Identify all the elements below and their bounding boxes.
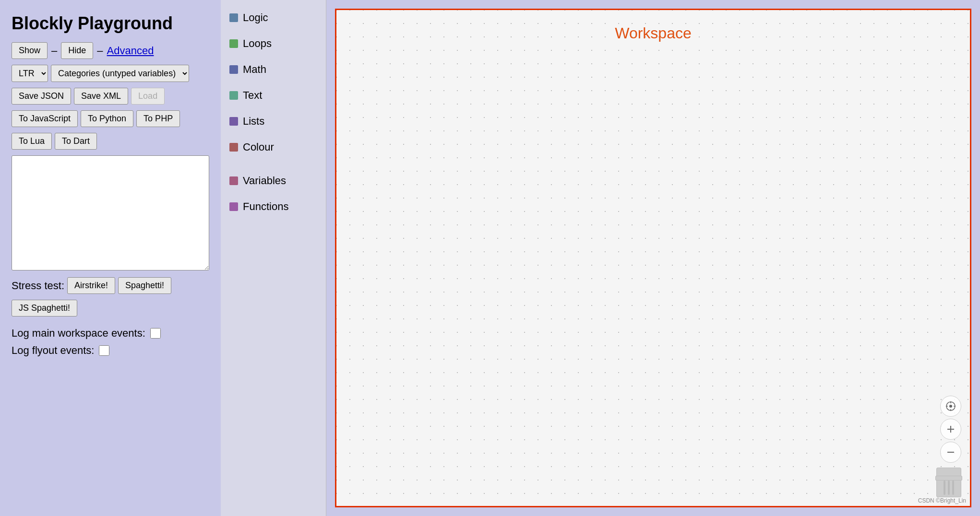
stress-test-row: Stress test: Airstrike! Spaghetti! [12,277,209,294]
category-color-dot [229,91,238,100]
category-item-loops[interactable]: Loops [221,31,326,57]
to-php-button[interactable]: To PHP [136,110,180,127]
category-item-lists[interactable]: Lists [221,108,326,134]
category-label: Loops [243,37,272,50]
category-item-variables[interactable]: Variables [221,168,326,194]
separator-1: – [51,45,57,57]
left-panel: Blockly Playground Show – Hide – Advance… [0,0,221,516]
code-output-textarea[interactable] [12,155,209,270]
category-label: Variables [243,175,286,187]
category-label: Math [243,63,266,76]
show-hide-row: Show – Hide – Advanced [12,42,209,59]
ltr-categories-row: LTR RTL Categories (untyped variables) C… [12,65,209,82]
app-title: Blockly Playground [12,13,209,34]
zoom-out-icon [946,447,956,457]
watermark: CSDN ©Bright_Lin [918,497,966,504]
log-workspace-checkbox[interactable] [150,328,161,339]
svg-point-1 [949,405,952,408]
category-label: Text [243,89,262,102]
ltr-select[interactable]: LTR RTL [12,65,48,82]
js-spaghetti-row: JS Spaghetti! [12,300,209,317]
show-button[interactable]: Show [12,42,48,59]
log-flyout-label: Log flyout events: [12,344,94,357]
category-item-functions[interactable]: Functions [221,194,326,220]
load-button: Load [131,88,165,105]
category-item-logic[interactable]: Logic [221,5,326,31]
log-workspace-row: Log main workspace events: [12,327,209,340]
category-color-dot [229,202,238,211]
categories-select[interactable]: Categories (untyped variables) Categorie… [51,65,189,82]
codegen-row-1: To JavaScript To Python To PHP [12,110,209,127]
category-color-dot [229,13,238,22]
separator-2: – [97,45,103,57]
hide-button[interactable]: Hide [61,42,93,59]
category-item-math[interactable]: Math [221,57,326,82]
trash-line-2 [948,481,950,495]
codegen-row-2: To Lua To Dart [12,133,209,150]
category-item-colour[interactable]: Colour [221,134,326,160]
stress-test-label: Stress test: [12,280,64,292]
category-spacer [221,160,326,168]
zoom-in-icon [946,424,956,434]
category-panel: LogicLoopsMathTextListsColourVariablesFu… [221,0,326,516]
log-flyout-row: Log flyout events: [12,344,209,357]
category-color-dot [229,176,238,185]
save-json-button[interactable]: Save JSON [12,88,71,105]
save-load-row: Save JSON Save XML Load [12,88,209,105]
to-python-button[interactable]: To Python [81,110,133,127]
save-xml-button[interactable]: Save XML [74,88,128,105]
category-color-dot [229,39,238,48]
to-lua-button[interactable]: To Lua [12,133,52,150]
recenter-button[interactable] [940,396,961,417]
category-label: Colour [243,141,274,153]
workspace-area: Workspace [326,0,980,516]
recenter-icon [945,401,956,411]
trash-lines [944,481,954,495]
category-label: Logic [243,12,268,24]
trash-lid [935,476,962,481]
workspace-title: Workspace [615,24,691,42]
category-label: Lists [243,115,264,128]
to-javascript-button[interactable]: To JavaScript [12,110,78,127]
trash-line-3 [952,481,954,495]
advanced-link[interactable]: Advanced [107,45,154,57]
log-workspace-label: Log main workspace events: [12,327,145,340]
airstrike-button[interactable]: Airstrike! [67,277,115,294]
category-color-dot [229,117,238,126]
log-flyout-checkbox[interactable] [99,345,109,356]
category-color-dot [229,143,238,152]
category-item-text[interactable]: Text [221,82,326,108]
category-color-dot [229,65,238,74]
js-spaghetti-button[interactable]: JS Spaghetti! [12,300,77,317]
spaghetti-button[interactable]: Spaghetti! [118,277,171,294]
to-dart-button[interactable]: To Dart [55,133,97,150]
workspace-canvas[interactable]: Workspace [335,9,971,507]
category-label: Functions [243,200,288,213]
trash-container [936,468,961,497]
zoom-out-button[interactable] [940,442,961,463]
trash-button[interactable] [936,468,961,497]
workspace-controls [940,396,961,463]
trash-line-1 [944,481,945,495]
zoom-in-button[interactable] [940,419,961,440]
